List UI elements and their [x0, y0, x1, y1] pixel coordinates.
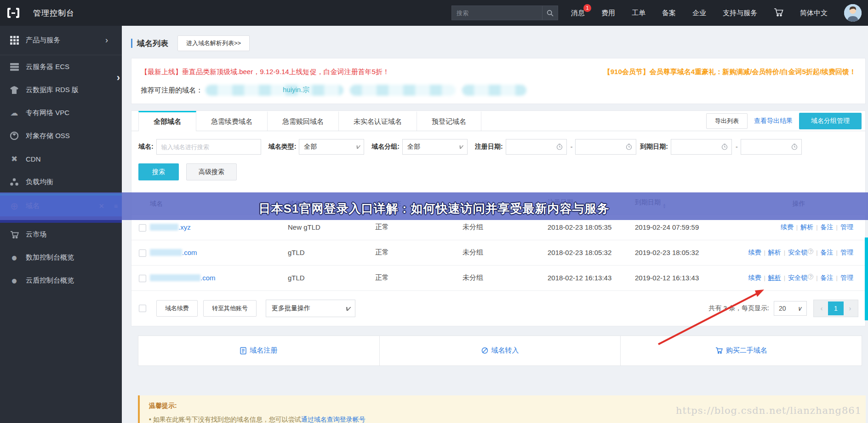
- action-separator: |: [816, 249, 817, 256]
- advanced-search-button[interactable]: 高级搜索: [186, 163, 237, 180]
- domain-type-cell: gTLD: [288, 265, 375, 290]
- nav-item-工单[interactable]: 工单: [632, 9, 645, 17]
- action-link-管理[interactable]: 管理: [840, 249, 853, 256]
- action-link-续费[interactable]: 续费: [748, 249, 761, 256]
- sidebar-item-云市场[interactable]: 云市场: [0, 223, 122, 246]
- sidebar-item-云盾控制台概览[interactable]: ●云盾控制台概览: [0, 269, 122, 292]
- sidebar-item-label: 云服务器 ECS: [26, 63, 69, 71]
- help-icon[interactable]: ?: [808, 249, 813, 254]
- nav-item-备案[interactable]: 备案: [662, 9, 676, 17]
- sidebar-item-对象存储 OSS[interactable]: 对象存储 OSS: [0, 124, 122, 147]
- sidebar-item-专有网络 VPC[interactable]: ☁专有网络 VPC: [0, 101, 122, 124]
- action-link-续费[interactable]: 续费: [781, 223, 794, 231]
- action-separator: |: [764, 274, 765, 281]
- action-link-解析[interactable]: 解析: [800, 223, 813, 231]
- action-link-备注[interactable]: 备注: [821, 223, 834, 231]
- domain-link[interactable]: .com: [200, 274, 216, 282]
- action-link-安全锁[interactable]: 安全锁: [788, 249, 807, 256]
- tip-text: 如果在此账号下没有找到您的域名信息，您可以尝试: [153, 416, 301, 423]
- domain-type-select[interactable]: 全部 ∨: [299, 139, 364, 155]
- domain-fragment: huiyin.宗: [283, 86, 309, 94]
- nav-item-简体中文[interactable]: 简体中文: [800, 9, 828, 17]
- sidebar-item-CDN[interactable]: ✖CDN: [0, 147, 122, 170]
- cloud-logo-icon[interactable]: [6, 6, 20, 20]
- goto-dns-list-button[interactable]: 进入域名解析列表>>: [177, 35, 250, 51]
- expire-date-cell: 2019-02-23 18:05:32: [635, 240, 731, 265]
- tab-急需赎回域名[interactable]: 急需赎回域名: [268, 111, 339, 131]
- censored-block: [350, 85, 456, 96]
- tab-全部域名[interactable]: 全部域名: [138, 111, 196, 131]
- exp-date-end-input[interactable]: [741, 139, 802, 155]
- sidebar-item-负载均衡[interactable]: 负载均衡: [0, 170, 122, 193]
- filter-row: 域名: 域名类型: 全部 ∨ 域名分组: 全部 ∨ 注册日期: - 到期日期:: [138, 139, 865, 155]
- censored-domain-name: [150, 224, 178, 231]
- action-link-续费[interactable]: 续费: [748, 274, 761, 281]
- footer-link-label: 域名转入: [491, 346, 519, 355]
- global-search-box[interactable]: [451, 6, 558, 20]
- nav-item-消息[interactable]: 消息1: [571, 9, 585, 17]
- search-button[interactable]: 搜索: [138, 163, 179, 180]
- action-link-解析[interactable]: 解析: [768, 249, 781, 256]
- tab-急需续费域名[interactable]: 急需续费域名: [196, 111, 268, 131]
- domain-group-manage-button[interactable]: 域名分组管理: [799, 113, 862, 129]
- footer-link-label: 域名注册: [250, 346, 277, 355]
- domain-link[interactable]: .xyz: [178, 223, 191, 231]
- search-input[interactable]: [452, 10, 542, 17]
- search-buttons-row: 搜索 高级搜索: [138, 163, 865, 180]
- navbar-menu: 消息1费用工单备案企业支持与服务简体中文: [571, 8, 844, 18]
- row-checkbox[interactable]: [139, 275, 146, 282]
- nav-item-企业[interactable]: 企业: [692, 9, 706, 17]
- exp-date-start-input[interactable]: [671, 139, 732, 155]
- row-checkbox[interactable]: [139, 249, 146, 257]
- user-avatar[interactable]: [844, 4, 862, 22]
- tab-未实名认证域名[interactable]: 未实名认证域名: [339, 111, 417, 131]
- sidebar-collapse-icon[interactable]: ›: [117, 72, 120, 84]
- domain-filter-input[interactable]: [156, 139, 261, 155]
- domain-link[interactable]: .com: [182, 249, 197, 256]
- reg-date-end-input[interactable]: [575, 139, 636, 155]
- batch-renew-button[interactable]: 域名续费: [156, 300, 198, 317]
- row-checkbox[interactable]: [139, 224, 146, 232]
- domain-group-select[interactable]: 全部 ∨: [402, 139, 468, 155]
- action-link-备注[interactable]: 备注: [821, 249, 834, 256]
- action-link-管理[interactable]: 管理: [840, 223, 853, 231]
- censored-block: [206, 85, 343, 96]
- total-suffix: 条，每页显示:: [729, 304, 769, 313]
- chevron-down-icon: ∨: [343, 305, 351, 312]
- view-export-result-link[interactable]: 查看导出结果: [754, 117, 793, 125]
- pagination-area: 共有 3 条，每页显示: 20 ∨ ‹ 1 ›: [709, 300, 858, 317]
- sidebar-item-云服务器 ECS[interactable]: 云服务器 ECS: [0, 55, 122, 78]
- nav-item-费用[interactable]: 费用: [601, 9, 615, 17]
- sidebar-item-产品与服务[interactable]: 产品与服务›: [0, 26, 122, 55]
- actions-cell: 续费|解析|安全锁?|备注|管理: [731, 265, 866, 290]
- export-list-button[interactable]: 导出列表: [706, 113, 748, 129]
- sidebar-item-云数据库 RDS 版[interactable]: 云数据库 RDS 版: [0, 78, 122, 101]
- help-icon[interactable]: ?: [808, 274, 813, 279]
- search-icon[interactable]: [542, 6, 558, 20]
- more-batch-operations-select[interactable]: 更多批量操作 ∨: [266, 300, 355, 317]
- domain-status-cell: 正常: [375, 240, 463, 265]
- nav-item-支持与服务[interactable]: 支持与服务: [723, 9, 757, 17]
- tab-预登记域名[interactable]: 预登记域名: [417, 111, 481, 131]
- next-page-button[interactable]: ›: [844, 301, 857, 315]
- action-link-解析[interactable]: 解析: [768, 274, 781, 281]
- footer-link-购买二手域名[interactable]: 购买二手域名: [621, 336, 862, 365]
- reg-date-start-input[interactable]: [506, 139, 567, 155]
- page-size-select[interactable]: 20 ∨: [774, 301, 807, 316]
- current-page-button[interactable]: 1: [828, 301, 844, 315]
- batch-transfer-button[interactable]: 转至其他账号: [203, 300, 257, 317]
- sidebar-item-label: 专有网络 VPC: [26, 109, 69, 117]
- action-link-安全锁[interactable]: 安全锁: [788, 274, 807, 281]
- sidebar-item-label: 数加控制台概览: [26, 253, 74, 262]
- load-balancer-icon: [9, 178, 19, 186]
- action-link-管理[interactable]: 管理: [840, 274, 853, 281]
- footer-link-域名转入[interactable]: 域名转入: [380, 336, 621, 365]
- cart-icon[interactable]: [774, 8, 783, 18]
- sidebar-item-数加控制台概览[interactable]: ●数加控制台概览: [0, 246, 122, 269]
- tip-text-line: • 如果在此账号下没有找到您的域名信息，您可以尝试通过域名查询登录帐号: [149, 416, 857, 423]
- footer-link-域名注册[interactable]: 域名注册: [138, 336, 380, 365]
- action-link-备注[interactable]: 备注: [821, 274, 834, 281]
- prev-page-button[interactable]: ‹: [815, 301, 828, 315]
- query-login-account-link[interactable]: 通过域名查询登录帐号: [301, 416, 365, 423]
- select-all-checkbox[interactable]: [139, 305, 146, 312]
